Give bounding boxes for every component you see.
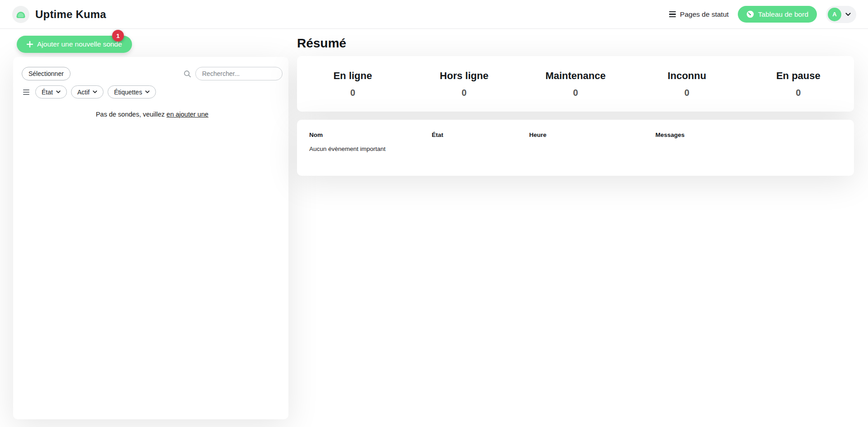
events-table-card: Nom État Heure Messages Aucun évènement … (297, 120, 854, 176)
speedometer-icon (746, 10, 754, 18)
stat-paused-value: 0 (743, 88, 854, 98)
events-table-header: Nom État Heure Messages (309, 131, 842, 138)
page-title: Résumé (297, 36, 346, 51)
user-menu[interactable]: A (826, 6, 856, 23)
filter-row: État Actif Étiquettes (22, 85, 283, 99)
column-name: Nom (309, 131, 432, 138)
avatar-initial: A (832, 11, 836, 18)
chevron-down-icon (93, 90, 97, 94)
column-message: Messages (656, 131, 842, 138)
filter-active-dropdown[interactable]: Actif (71, 85, 104, 99)
search-icon (184, 70, 191, 78)
dashboard-button-label: Tableau de bord (758, 10, 808, 19)
stat-paused-label: En pause (743, 70, 854, 82)
add-one-link[interactable]: en ajouter une (166, 111, 208, 118)
column-datetime: Heure (529, 131, 656, 138)
stat-maintenance-label: Maintenance (520, 70, 631, 82)
stat-unknown-value: 0 (631, 88, 742, 98)
status-pages-link[interactable]: Pages de statut (669, 10, 729, 19)
monitor-list-panel: Sélectionner État Actif É (13, 57, 288, 419)
navbar: Uptime Kuma Pages de statut Tableau de b… (0, 0, 868, 29)
events-empty-message: Aucun évènement important (309, 145, 842, 152)
filter-status-label: État (42, 89, 53, 96)
filter-menu-icon[interactable] (23, 89, 29, 95)
search-input[interactable] (195, 67, 283, 80)
app-logo-icon (12, 5, 30, 23)
stat-down: Hors ligne 0 (408, 70, 519, 98)
stat-up-value: 0 (297, 88, 408, 98)
summary-stats-card: En ligne 0 Hors ligne 0 Maintenance 0 In… (297, 56, 854, 112)
stat-maintenance-value: 0 (520, 88, 631, 98)
add-monitor-button-label: Ajouter une nouvelle sonde (37, 40, 122, 48)
list-icon (669, 11, 676, 18)
plus-icon (27, 41, 33, 47)
monitor-list-toolbar: Sélectionner (22, 67, 283, 80)
stat-maintenance: Maintenance 0 (520, 70, 631, 98)
filter-tags-label: Étiquettes (114, 89, 142, 96)
brand[interactable]: Uptime Kuma (12, 5, 106, 23)
stat-down-value: 0 (408, 88, 519, 98)
status-pages-label: Pages de statut (680, 10, 729, 19)
dashboard-button[interactable]: Tableau de bord (738, 6, 817, 23)
chevron-down-icon (845, 13, 851, 16)
chevron-down-icon (145, 90, 150, 94)
app-title: Uptime Kuma (35, 8, 106, 21)
search-group (184, 67, 283, 80)
navbar-right: Pages de statut Tableau de bord A (669, 6, 856, 23)
avatar: A (828, 8, 841, 21)
empty-state-text: Pas de sondes, veuillez (96, 111, 165, 118)
notification-badge: 1 (112, 30, 124, 42)
monitor-list-empty-state: Pas de sondes, veuillez en ajouter une (22, 111, 283, 118)
select-button[interactable]: Sélectionner (22, 67, 71, 80)
chevron-down-icon (56, 90, 61, 94)
filter-status-dropdown[interactable]: État (35, 85, 67, 99)
stat-up: En ligne 0 (297, 70, 408, 98)
filter-tags-dropdown[interactable]: Étiquettes (108, 85, 156, 99)
stat-down-label: Hors ligne (408, 70, 519, 82)
stat-unknown: Inconnu 0 (631, 70, 742, 98)
filter-active-label: Actif (77, 89, 90, 96)
stat-up-label: En ligne (297, 70, 408, 82)
stat-paused: En pause 0 (743, 70, 854, 98)
column-status: État (432, 131, 529, 138)
stat-unknown-label: Inconnu (631, 70, 742, 82)
